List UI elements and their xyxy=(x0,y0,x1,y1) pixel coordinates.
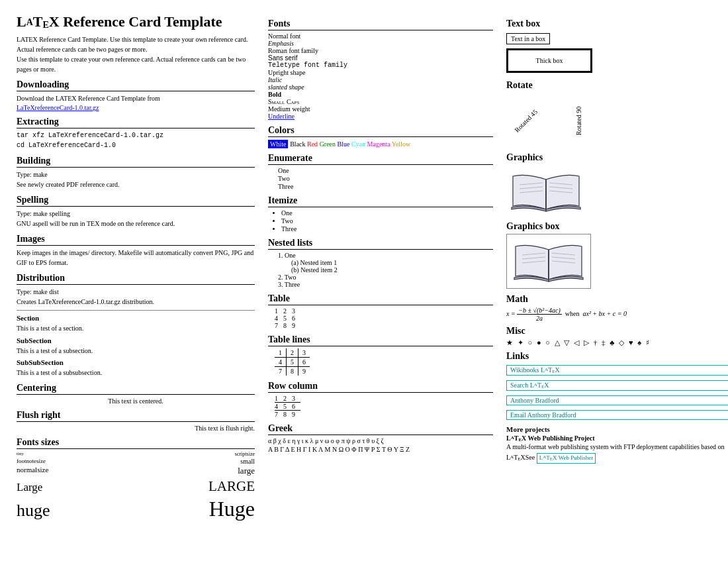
flushright-head: Flush right xyxy=(17,410,255,422)
list-item: One xyxy=(278,167,493,174)
font-small: small xyxy=(138,458,255,465)
centering-text: This text is centered. xyxy=(17,397,255,405)
distribution-head: Distribution xyxy=(17,273,255,285)
math-formula: x = −b ± √(b²−4ac) 2a xyxy=(506,310,563,317)
table-row: 456 xyxy=(275,403,300,411)
subtitle-line1: LATEX Reference Card Template. Use this … xyxy=(17,34,255,54)
color-magenta: Magenta xyxy=(367,140,392,148)
table-cell: 4 xyxy=(275,315,283,322)
table-cell: 4 xyxy=(275,358,287,367)
rowcolumn-head: Row column xyxy=(268,381,493,393)
subsubsection-text: This is a test of a subsubsection. xyxy=(17,368,255,378)
greek-row1: α β χ δ ε η γ ι κ λ μ ν ω ο φ π ψ ρ σ τ … xyxy=(268,437,493,444)
font-Huge: Huge xyxy=(209,497,255,521)
table-cell: 9 xyxy=(298,367,310,376)
color-green: Green xyxy=(320,140,338,148)
page-layout: LATEX Reference Card Template LATEX Refe… xyxy=(17,13,711,550)
downloading-link[interactable]: LaTeXreferenceCard-1.0.tar.gz xyxy=(17,104,99,111)
font-slanted-label: slanted shape xyxy=(268,83,493,91)
font-normal-label: Normal font xyxy=(268,32,493,40)
project-title: LATEX Web Publishing Project xyxy=(506,435,728,442)
downloading-text: Download the LATEX Reference Card Templa… xyxy=(17,93,255,103)
extracting-cmd1: tar xfz LaTeXreferenceCard-1.0.tar.gz xyxy=(17,130,255,140)
table-row: 123 xyxy=(275,307,300,315)
links-head: Links xyxy=(506,351,728,362)
rotate-head: Rotate xyxy=(506,80,728,91)
table-cell: 6 xyxy=(292,315,300,322)
column-3: Text box Text in a box Thick box Rotate … xyxy=(506,13,728,550)
link-search[interactable]: Search LATEX xyxy=(506,380,728,391)
link-wikibooks[interactable]: Wikibooks LATEX xyxy=(506,365,728,376)
graphics-head: Graphics xyxy=(506,152,728,163)
table-cell: 5 xyxy=(287,358,298,367)
colors-head: Colors xyxy=(268,125,493,137)
distribution-text: Creates LaTeXreferenceCard-1.0.tar.gz di… xyxy=(17,297,255,307)
spelling-text: GNU aspell will be run in TEX mode on th… xyxy=(17,219,255,229)
lined-table: 1 2 3 4 5 6 7 8 9 xyxy=(275,348,310,376)
section-head: Section xyxy=(17,314,255,322)
table-cell: 1 xyxy=(275,307,283,315)
column-1: LATEX Reference Card Template LATEX Refe… xyxy=(17,13,255,550)
nested-head: Nested lists xyxy=(268,238,493,250)
images-text: Keep images in the images/ directory. Ma… xyxy=(17,248,255,268)
colors-row: White Black Red Green Blue Cyan Magenta … xyxy=(268,140,493,148)
fontsizes-head: Fonts sizes xyxy=(17,437,255,449)
link-email[interactable]: Email Anthony Bradford xyxy=(506,410,728,420)
list-item: Two xyxy=(281,217,493,225)
table-row: 789 xyxy=(275,322,300,329)
font-underline-label: Underline xyxy=(268,113,493,120)
table-cell: 1 xyxy=(275,395,283,403)
main-title: LATEX Reference Card Template xyxy=(17,13,255,30)
list-item: Three xyxy=(281,225,493,232)
table-cell: 3 xyxy=(292,307,300,315)
column-2: Fonts Normal font Emphasis Roman font fa… xyxy=(268,13,493,550)
greek-row2: Α Β Γ Δ Ε Η Γ Ι Κ Λ Μ Ν Ω Ο Φ Π Ψ Ρ Σ Τ … xyxy=(268,446,493,453)
list-item: 3. Three xyxy=(278,281,493,288)
row-col-table: 123 456 789 xyxy=(275,395,300,418)
table-cell: 9 xyxy=(292,411,300,419)
nested-list: 1. One (a) Nested item 1 (b) Nested item… xyxy=(278,252,493,288)
font-huge-row: huge Huge xyxy=(17,497,255,521)
font-medium-label: Medium weight xyxy=(268,105,493,113)
greek-head: Greek xyxy=(268,423,493,435)
list-item: Two xyxy=(278,175,493,182)
rotated-45-container: Rotated 45 xyxy=(506,101,546,140)
font-italic-label: Italic xyxy=(268,76,493,83)
color-yellow: Yellow xyxy=(392,140,410,148)
table-cell: 2 xyxy=(283,395,292,403)
table-row: 456 xyxy=(275,315,300,322)
rotated-90-text: Rotated 90 xyxy=(575,106,582,135)
table-cell: 7 xyxy=(275,322,283,329)
list-item: (a) Nested item 1 xyxy=(291,259,493,266)
subsection-text: This is a test of a subsection. xyxy=(17,346,255,356)
table-cell: 7 xyxy=(275,367,287,376)
font-normalsize: normalsize xyxy=(17,466,134,476)
table-row: 789 xyxy=(275,411,300,419)
list-item: Three xyxy=(278,183,493,190)
table-cell: 3 xyxy=(298,348,310,358)
table-cell: 8 xyxy=(287,367,298,376)
table-cell: 5 xyxy=(283,403,292,411)
spelling-head: Spelling xyxy=(17,195,255,207)
table-row: 123 xyxy=(275,395,300,403)
font-bold-label: Bold xyxy=(268,91,493,98)
book-box-svg xyxy=(509,236,588,286)
list-item: (b) Nested item 2 xyxy=(291,266,493,274)
link-anthony[interactable]: Anthony Bradford xyxy=(506,395,728,405)
font-LARGE: LARGE xyxy=(208,478,255,495)
tablelines-head: Table lines xyxy=(268,334,493,346)
project-link[interactable]: LATEX Web Publisher xyxy=(537,453,596,464)
font-roman-label: Roman font family xyxy=(268,47,493,54)
font-upright-label: Upright shape xyxy=(268,69,493,76)
table-cell: 8 xyxy=(283,322,292,329)
more-projects-head: More projects xyxy=(506,425,728,433)
table-cell: 6 xyxy=(298,358,310,367)
font-scriptsize: scriptsize xyxy=(138,451,255,457)
font-large: large xyxy=(138,466,255,476)
graphics-box xyxy=(506,234,591,289)
font-teletype-label: Teletype font family xyxy=(268,62,493,69)
color-white: White xyxy=(268,140,288,148)
table-cell: 5 xyxy=(283,315,292,322)
table-row: 4 5 6 xyxy=(275,358,310,367)
rotated-90-container: Rotated 90 xyxy=(559,101,599,140)
